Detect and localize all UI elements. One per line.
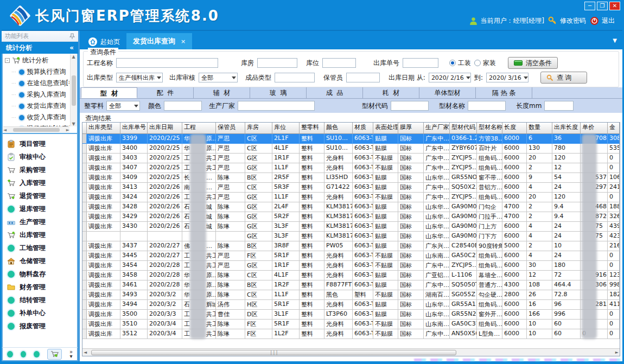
material-tab[interactable]: 型 材 xyxy=(81,87,137,98)
location-input[interactable] xyxy=(322,58,356,68)
sidebar-module[interactable]: 财务管理 xyxy=(3,280,77,293)
table-row[interactable]: 调拨出库34942020/3/2石辉城汤伟H区5R1F整料光身料6063-T5贴… xyxy=(82,300,620,310)
column-header[interactable]: 型材名称 xyxy=(477,123,502,134)
stats-section-header[interactable]: 统计分析 « xyxy=(2,42,78,54)
column-header[interactable]: 金 xyxy=(608,123,620,134)
change-password[interactable]: 修改密码 xyxy=(548,16,586,25)
material-tab[interactable]: 成 品 xyxy=(307,87,363,98)
tree-item[interactable]: ···收货入库查询 xyxy=(4,112,69,123)
column-header[interactable]: 型材代码 xyxy=(450,123,477,134)
table-row[interactable]: 调拨出库34072020/2/25工共工程严思G区1L1F整料光身料6063-T… xyxy=(82,163,620,173)
tree-root[interactable]: - 统计分析 xyxy=(4,55,69,66)
maximize-button[interactable]: ❐ xyxy=(597,2,608,10)
sidebar-module[interactable]: 结转管理 xyxy=(3,293,77,306)
material-tab[interactable]: 配 件 xyxy=(137,87,194,98)
table-row[interactable]: 调拨出库34612020/2/28华原…陈琳B区1R2F整料F8877FT606… xyxy=(82,280,620,290)
footer-dot-icon[interactable] xyxy=(7,351,13,357)
project-name-input[interactable] xyxy=(116,58,218,68)
sidebar-module[interactable]: 工地管理 xyxy=(3,241,77,254)
column-header[interactable]: 出库日期 xyxy=(148,123,182,134)
column-header[interactable]: 库位 xyxy=(272,123,300,134)
tree-vscrollbar[interactable]: ▲▼ xyxy=(70,54,77,126)
footer-dot-icon[interactable] xyxy=(34,351,40,357)
table-row[interactable]: 调拨出库34582020/2/28华原…陈琳C区4L1F整料光身料6063-T5… xyxy=(82,271,620,280)
name-input[interactable] xyxy=(468,101,506,111)
grid-hscrollbar[interactable]: ◄| | |► xyxy=(82,348,620,356)
keeper-input[interactable] xyxy=(346,73,380,82)
table-row[interactable]: 调拨出库34292020/2/26石城陈琳G区5R2F整料KLM38176063… xyxy=(82,212,620,222)
column-header[interactable]: 库房 xyxy=(245,123,272,134)
tab-close-icon[interactable]: × xyxy=(181,38,186,45)
table-row[interactable]: 调拨出库34092020/2/25长…陈琳B区2R5F整料LI35HD6063-… xyxy=(82,173,620,183)
footer-dot-icon[interactable] xyxy=(21,351,27,357)
sidebar-module[interactable]: 仓储管理 xyxy=(3,254,77,267)
footer-expand-chevron[interactable]: »▾ xyxy=(69,350,73,359)
tree-item[interactable]: ···采购入库查询 xyxy=(4,89,69,100)
pin-icon[interactable] xyxy=(69,33,75,40)
table-row[interactable]: 调拨出库34302020/2/26石城陈琳G区3L3F整料KLM38176063… xyxy=(82,222,620,232)
table-row[interactable]: 调拨出库34002020/2/25华原…严思C区4L1F整料SU10…6063-… xyxy=(82,144,620,154)
table-row[interactable]: 调拨出库34132020/2/26南…严思C区5R3F整料G714226063-… xyxy=(82,183,620,193)
tab-home[interactable]: 起始页 xyxy=(82,34,126,49)
sidebar-module[interactable]: 生产管理 xyxy=(3,215,77,228)
warehouse-input[interactable] xyxy=(257,58,297,68)
minimize-button[interactable]: ─ xyxy=(584,2,595,10)
column-header[interactable]: 长度 xyxy=(502,123,527,134)
table-row[interactable]: 调拨出库34542020/2/28工共工程严思G区1R1F整料光身料6063-T… xyxy=(82,261,620,271)
sidebar-module[interactable]: 报废管理 xyxy=(3,320,77,333)
table-row[interactable]: 调拨出库34282020/2/26石城陈琳G区2L4F整料KLM38176063… xyxy=(82,202,620,212)
order-no-input[interactable] xyxy=(403,58,438,68)
column-header[interactable]: 出库长度 xyxy=(552,123,581,134)
column-header[interactable]: 出库单号 xyxy=(120,123,148,134)
code-input[interactable] xyxy=(391,101,429,111)
audit-select[interactable]: 全部 xyxy=(199,73,238,82)
table-row[interactable]: 调拨出库34932020/3/2华原…陈琳C区1L1F整料黑色塑料不贴膜国标湖南… xyxy=(82,290,620,300)
material-tab[interactable]: 隔 热 条 xyxy=(476,87,532,98)
material-tab[interactable]: 玻 璃 xyxy=(250,87,307,98)
column-header[interactable]: 工程 xyxy=(182,123,216,134)
column-header[interactable]: 整零料 xyxy=(300,123,324,134)
column-header[interactable]: 材质 xyxy=(353,123,373,134)
column-header[interactable]: 表面处理 xyxy=(373,123,398,134)
footer-cart-button[interactable] xyxy=(47,349,62,360)
factory-input[interactable] xyxy=(238,101,315,111)
table-row[interactable]: 调拨出库33992020/2/25华原…严思C区2L1F整料SU10…6063-… xyxy=(82,134,620,144)
date-from-select[interactable]: 2020/ 2/16 xyxy=(429,73,471,82)
material-tab[interactable]: 单体型材 xyxy=(419,87,476,98)
date-to-select[interactable]: 2020/ 3/16 xyxy=(486,73,529,82)
tree-item[interactable]: ···预算执行查询 xyxy=(4,66,69,78)
table-row[interactable]: 调拨出库34032020/2/25工共工程严思G区1R1F整料光身料6063-T… xyxy=(82,154,620,163)
sidebar-module[interactable]: 项目管理 xyxy=(3,137,77,150)
collapse-icon[interactable]: « xyxy=(69,44,74,52)
table-row[interactable]: 调拨出库35122020/3/4工共工程陈琳F区1L2F整料光身料6063-T5… xyxy=(82,329,620,339)
radio-jiazhuang[interactable]: 家装 xyxy=(474,59,496,68)
sidebar-module[interactable]: 补单中心 xyxy=(3,306,77,320)
column-header[interactable]: 颜色 xyxy=(324,123,353,134)
column-header[interactable]: 出库类型 xyxy=(87,123,120,134)
clear-button[interactable]: 清空条件 xyxy=(508,57,558,69)
sidebar-module[interactable]: 采购管理 xyxy=(3,163,77,176)
sidebar-module[interactable]: 物料盘存 xyxy=(3,267,77,280)
sidebar-module[interactable]: 入库管理 xyxy=(3,176,77,189)
column-header[interactable]: 保管员 xyxy=(216,123,245,134)
sidebar-module[interactable]: 退库管理 xyxy=(3,202,77,215)
length-input[interactable] xyxy=(544,101,574,111)
sidebar-module[interactable]: 退货管理 xyxy=(3,189,77,202)
table-row[interactable]: 调拨出库34242020/2/26工共工程严思G区1L1F整料光身料6063-T… xyxy=(82,193,620,202)
out-type-select[interactable]: 生产领料出库 xyxy=(116,73,163,82)
material-tab[interactable]: 辅 材 xyxy=(194,87,250,98)
close-button[interactable]: ✕ xyxy=(609,2,620,10)
table-row[interactable]: 调拨出库34452020/2/27工共工程严思F区5R1F整料光身料6063-T… xyxy=(82,251,620,261)
sidebar-module[interactable]: 审核中心 xyxy=(3,150,77,163)
zhengling-select[interactable]: 全部 xyxy=(106,101,140,111)
column-header[interactable]: 单价 xyxy=(581,123,608,134)
color-input[interactable] xyxy=(164,101,202,111)
radio-gongzhuang[interactable]: 工装 xyxy=(449,59,471,68)
material-tab[interactable]: 耗 材 xyxy=(363,87,419,98)
search-button[interactable]: 查 询 xyxy=(540,72,587,84)
logout[interactable]: 退出 xyxy=(590,16,615,25)
sidebar-module[interactable]: 出库管理 xyxy=(3,228,77,241)
table-row[interactable]: 调拨出库35002020/3/3工共工程曹佳D区3L1F整料LT3P606063… xyxy=(82,310,620,320)
tab-shipment-query[interactable]: 发货出库查询 × xyxy=(126,33,192,49)
table-row[interactable]: 调拨出库35102020/3/4工共工程陈琳F区5R1F整料光身料6063-T5… xyxy=(82,320,620,329)
